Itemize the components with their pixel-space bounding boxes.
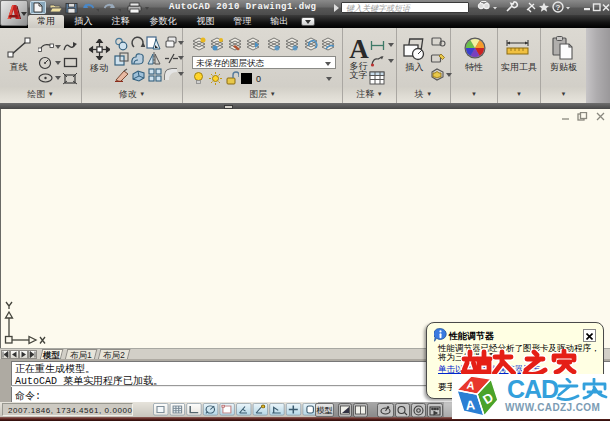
svg-text:?: ? [556,3,561,12]
svg-text:A: A [465,397,476,413]
